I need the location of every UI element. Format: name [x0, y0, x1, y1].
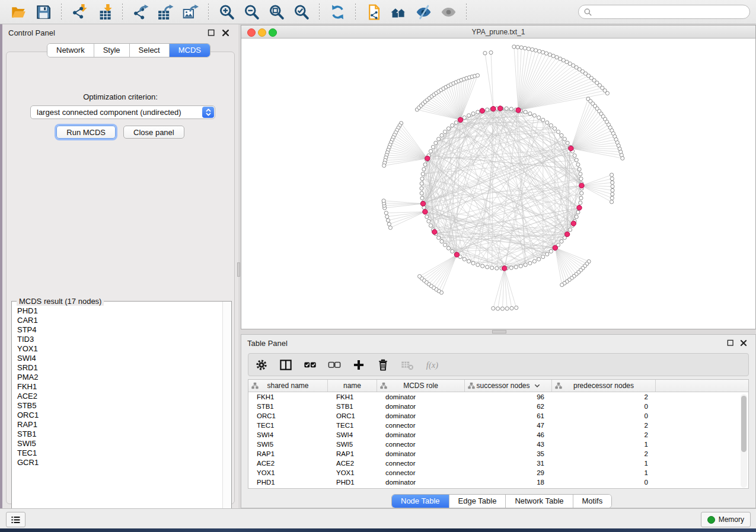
table-tab-motifs[interactable]: Motifs — [573, 495, 612, 508]
mcds-node[interactable] — [579, 183, 584, 188]
column-header-successor-nodes[interactable]: successor nodes — [465, 380, 552, 392]
share-document-icon[interactable] — [363, 2, 384, 22]
tab-style[interactable]: Style — [94, 44, 130, 57]
zoom-fit-icon[interactable] — [266, 2, 286, 22]
column-header-predecessor-nodes[interactable]: predecessor nodes — [552, 380, 656, 392]
table-row[interactable]: PHD1PHD1dominator180 — [248, 477, 748, 487]
mcds-node[interactable] — [491, 107, 496, 111]
tab-mcds[interactable]: MCDS — [170, 44, 210, 57]
mcds-result-list[interactable]: PHD1CAR1STP4TID3YOX1SWI4SRD1PMA2FKH1ACE2… — [12, 306, 221, 521]
float-panel-icon[interactable] — [207, 28, 216, 37]
close-panel-icon[interactable] — [221, 28, 230, 37]
mcds-result-node[interactable]: TEC1 — [12, 448, 221, 458]
run-mcds-button[interactable]: Run MCDS — [56, 126, 116, 139]
export-table-icon[interactable] — [155, 2, 176, 22]
mcds-node[interactable] — [480, 108, 484, 113]
tab-select[interactable]: Select — [130, 44, 170, 57]
open-session-icon[interactable] — [8, 2, 28, 22]
mcds-node[interactable] — [564, 232, 569, 236]
save-session-icon[interactable] — [33, 2, 53, 22]
table-row[interactable]: SWI4SWI4dominator462 — [248, 430, 748, 440]
table-row[interactable]: YOX1YOX1connector291 — [248, 468, 748, 477]
mcds-result-node[interactable]: CAR1 — [12, 316, 221, 325]
mcds-result-node[interactable]: ORC1 — [12, 411, 221, 420]
table-row[interactable]: SWI5SWI5connector431 — [248, 440, 748, 449]
mcds-result-node[interactable]: PMA2 — [12, 373, 221, 382]
search-input[interactable] — [595, 7, 745, 17]
mcds-node[interactable] — [577, 206, 582, 210]
search-box[interactable] — [578, 5, 750, 19]
show-hide-columns-icon[interactable] — [279, 358, 293, 372]
mcds-result-node[interactable]: YOX1 — [12, 344, 221, 354]
optimization-criterion-select[interactable]: largest connected component (undirected) — [30, 105, 215, 119]
table-scrollbar-thumb[interactable] — [741, 396, 747, 452]
mcds-result-node[interactable]: STP4 — [12, 325, 221, 335]
mcds-node[interactable] — [553, 245, 557, 250]
mcds-result-node[interactable]: STB1 — [12, 430, 221, 439]
table-scrollbar[interactable] — [741, 394, 747, 488]
mcds-node[interactable] — [569, 146, 573, 150]
delete-icon[interactable] — [376, 358, 390, 372]
float-table-panel-icon[interactable] — [726, 339, 735, 348]
network-graph[interactable] — [241, 39, 755, 329]
table-row[interactable]: TEC1TEC1connector472 — [248, 421, 748, 430]
refresh-icon[interactable] — [327, 2, 347, 22]
mcds-result-node[interactable]: PHD1 — [12, 306, 221, 316]
show-all-icon[interactable] — [438, 2, 458, 22]
mcds-node[interactable] — [425, 156, 430, 161]
mcds-node[interactable] — [423, 209, 428, 214]
mcds-result-node[interactable]: SRD1 — [12, 363, 221, 373]
import-table-icon[interactable] — [94, 2, 114, 22]
mcds-node[interactable] — [497, 106, 502, 111]
mcds-result-node[interactable]: ACE2 — [12, 392, 221, 401]
table-tab-network-table[interactable]: Network Table — [506, 495, 573, 508]
mcds-node[interactable] — [420, 201, 425, 206]
mcds-result-node[interactable]: RAP1 — [12, 420, 221, 430]
status-bar: Memory — [0, 508, 756, 528]
mcds-node[interactable] — [454, 252, 459, 257]
select-all-icon[interactable] — [303, 358, 317, 372]
deselect-all-icon[interactable] — [327, 358, 342, 372]
close-table-panel-icon[interactable] — [739, 339, 748, 348]
column-header-name[interactable]: name — [328, 380, 377, 392]
import-network-icon[interactable] — [69, 2, 90, 22]
mcds-node[interactable] — [458, 117, 462, 122]
add-icon[interactable] — [352, 358, 366, 372]
control-panel-title: Control Panel — [8, 28, 55, 37]
mcds-result-scrollbar[interactable] — [222, 302, 231, 521]
table-row[interactable]: STB1STB1dominator620 — [248, 402, 748, 411]
zoom-in-icon[interactable] — [216, 2, 237, 22]
mcds-node[interactable] — [502, 266, 507, 271]
mcds-node[interactable] — [432, 229, 437, 234]
horizontal-splitter-handle[interactable] — [492, 330, 506, 334]
table-row[interactable]: ORC1ORC1dominator610 — [248, 411, 748, 421]
table-row[interactable]: RAP1RAP1dominator352 — [248, 449, 748, 459]
hide-selection-icon[interactable] — [413, 2, 433, 22]
column-header-MCDS-role[interactable]: MCDS role — [377, 380, 465, 392]
search-websites-icon[interactable] — [388, 2, 409, 22]
gear-icon[interactable] — [254, 358, 269, 372]
mcds-result-node[interactable]: SWI4 — [12, 354, 221, 363]
table-type-tabs: Node TableEdge TableNetwork TableMotifs — [391, 494, 612, 508]
mcds-result-node[interactable]: SWI5 — [12, 439, 221, 448]
table-tab-node-table[interactable]: Node Table — [392, 495, 449, 508]
mcds-node[interactable] — [571, 221, 576, 226]
export-network-icon[interactable] — [130, 2, 151, 22]
table-tab-edge-table[interactable]: Edge Table — [449, 495, 506, 508]
column-header-shared-name[interactable]: shared name — [248, 380, 328, 392]
mcds-result-node[interactable]: FKH1 — [12, 382, 221, 392]
vertical-splitter-handle[interactable] — [237, 262, 240, 277]
memory-button[interactable]: Memory — [701, 512, 751, 527]
mcds-node[interactable] — [516, 108, 521, 113]
close-panel-button[interactable]: Close panel — [123, 126, 184, 139]
export-image-icon[interactable] — [180, 2, 200, 22]
mcds-result-node[interactable]: GCR1 — [12, 458, 221, 467]
table-row[interactable]: ACE2ACE2connector311 — [248, 459, 748, 468]
mcds-result-node[interactable]: TID3 — [12, 335, 221, 344]
mcds-result-node[interactable]: STB5 — [12, 401, 221, 411]
table-row[interactable]: FKH1FKH1dominator962 — [248, 392, 748, 402]
zoom-out-icon[interactable] — [241, 2, 261, 22]
tab-network[interactable]: Network — [47, 44, 94, 57]
task-history-button[interactable] — [6, 512, 25, 527]
zoom-selected-icon[interactable] — [291, 2, 311, 22]
